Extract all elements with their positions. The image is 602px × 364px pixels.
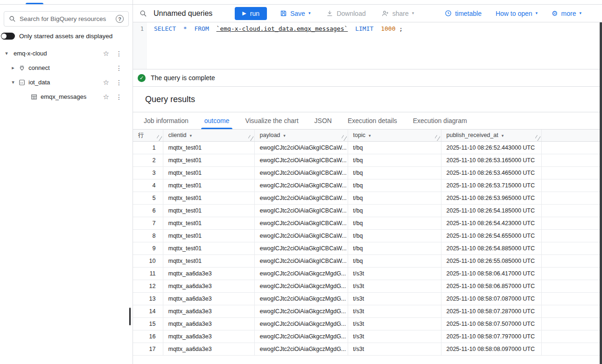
resource-search-box[interactable]: ? (4, 11, 129, 27)
results-tab-json[interactable]: JSON (307, 112, 340, 129)
kebab-menu-icon[interactable]: ⋮ (116, 93, 122, 101)
sql-editor[interactable]: 1 SELECT * FROM `emq-x-cloud.iot_data.em… (133, 22, 602, 69)
more-button[interactable]: ⚙ more ▾ (552, 10, 581, 17)
cell-topic: t/s3t (348, 292, 441, 305)
sql-code-line[interactable]: SELECT * FROM `emq-x-cloud.iot_data.emqx… (147, 22, 403, 69)
results-tab-outcome[interactable]: outcome (196, 112, 238, 129)
bigquery-console: ? Only starred assets are displayed ▾emq… (0, 0, 602, 364)
cell-payload: ewogICJtc2ciOiAiaGkgczMgdG... (254, 330, 348, 343)
cell-publish_received_at: 2025-11-10 08:26:55.085000 UTC (441, 254, 541, 267)
sql-semicolon: ; (399, 25, 403, 32)
sidebar-item-iot_data[interactable]: ▾iot_data☆⋮ (0, 75, 133, 89)
sql-table-reference[interactable]: `emq-x-cloud.iot_data.emqx_messages` (217, 25, 348, 32)
share-button[interactable]: share ▾ (382, 10, 414, 17)
cell-publish_received_at: 2025-11-10 08:26:53.465000 UTC (441, 166, 541, 179)
cell-payload: ewogICJtc2ciOiAiaGkgczMgdG... (254, 305, 348, 317)
cell-publish_received_at: 2025-11-10 08:26:52.443000 UTC (441, 141, 541, 154)
column-menu-icon[interactable]: ▾ (283, 133, 286, 138)
cell-clientid: mqttx_test01 (163, 229, 254, 242)
sidebar-item-emq-x-cloud[interactable]: ▾emq-x-cloud☆⋮ (0, 46, 133, 61)
kebab-menu-icon[interactable]: ⋮ (116, 64, 122, 72)
cell-payload: ewogICJtc2ciOiAiaGkgICBCaW... (254, 166, 348, 179)
table-row: 15mqttx_aa6da3e3ewogICJtc2ciOiAiaGkgczMg… (133, 317, 602, 330)
column-resize-handle[interactable] (248, 135, 253, 141)
column-header-publish_received_at[interactable]: publish_received_at▾ (441, 130, 541, 141)
cell-topic: t/bq (348, 192, 441, 204)
cell-empty (541, 280, 602, 292)
gear-icon: ⚙ (552, 10, 558, 17)
save-button[interactable]: Save ▾ (280, 10, 310, 17)
table-row: 4mqttx_test01ewogICJtc2ciOiAiaGkgICBCaW.… (133, 179, 602, 192)
timetable-button-label: timetable (455, 10, 482, 17)
query-tab-title: Unnamed queries (154, 9, 212, 18)
cell-rownum: 11 (133, 267, 163, 280)
cell-clientid: mqttx_aa6da3e3 (163, 305, 254, 317)
cell-rownum: 9 (133, 242, 163, 254)
cell-publish_received_at: 2025-11-10 08:58:06.857000 UTC (441, 280, 541, 292)
column-header-topic[interactable]: topic▾ (348, 130, 441, 141)
star-icon[interactable]: ☆ (103, 93, 109, 101)
starred-toggle[interactable] (1, 33, 15, 40)
results-tab-visualize-the-chart[interactable]: Visualize the chart (237, 112, 306, 129)
column-header-clientid[interactable]: clientid▾ (163, 130, 254, 141)
kebab-menu-icon[interactable]: ⋮ (116, 50, 122, 57)
column-resize-handle[interactable] (435, 135, 440, 141)
cell-publish_received_at: 2025-11-10 08:26:53.715000 UTC (441, 179, 541, 192)
search-input[interactable] (20, 15, 112, 22)
column-menu-icon[interactable]: ▾ (189, 133, 192, 138)
column-menu-icon[interactable]: ▾ (369, 133, 371, 138)
table-row: 1mqttx_test01ewogICJtc2ciOiAiaGkgICBCaW.… (133, 141, 602, 154)
cell-clientid: mqttx_test01 (163, 192, 254, 204)
column-resize-handle[interactable] (535, 135, 540, 141)
cell-publish_received_at: 2025-11-10 08:58:07.507000 UTC (441, 317, 541, 330)
column-menu-icon[interactable]: ▾ (502, 133, 504, 138)
cell-empty (541, 267, 602, 280)
results-tab-execution-details[interactable]: Execution details (340, 112, 405, 129)
table-row: 9mqttx_test01ewogICJtc2ciOiAiaGkgICBCaW.… (133, 242, 602, 254)
column-resize-handle[interactable] (342, 135, 347, 141)
kebab-menu-icon[interactable]: ⋮ (116, 79, 122, 86)
run-button[interactable]: ▶ run (235, 7, 267, 20)
sidebar-item-emqx_messages[interactable]: emqx_messages☆⋮ (0, 89, 133, 104)
cell-clientid: mqttx_aa6da3e3 (163, 280, 254, 292)
vertical-scrollbar[interactable] (600, 22, 602, 364)
table-row: 7mqttx_test01ewogICJtc2ciOiAiaGkgICBCaW.… (133, 217, 602, 229)
chevron-right-icon[interactable]: ▸ (9, 65, 17, 71)
cell-topic: t/bq (348, 242, 441, 254)
results-header-row: 行clientid▾payload▾topic▾publish_received… (133, 130, 602, 141)
results-grid: 行clientid▾payload▾topic▾publish_received… (133, 130, 602, 364)
cell-payload: ewogICJtc2ciOiAiaGkgczMgdG... (254, 267, 348, 280)
chevron-down-icon[interactable]: ▾ (3, 50, 10, 56)
cell-publish_received_at: 2025-11-10 08:58:07.287000 UTC (441, 305, 541, 317)
cell-payload: ewogICJtc2ciOiAiaGkgICBCaW... (254, 217, 348, 229)
cell-clientid: mqttx_test01 (163, 141, 254, 154)
cell-payload: ewogICJtc2ciOiAiaGkgICBCaW... (254, 141, 348, 154)
sidebar-item-connect[interactable]: ▸connect⋮ (0, 61, 133, 75)
timetable-button[interactable]: timetable (445, 10, 482, 17)
cell-clientid: mqttx_test01 (163, 254, 254, 267)
download-button-label: Download (336, 10, 365, 17)
cell-payload: ewogICJtc2ciOiAiaGkgICBCaW... (254, 229, 348, 242)
star-icon[interactable]: ☆ (103, 78, 109, 87)
star-icon[interactable]: ☆ (103, 49, 109, 58)
cell-empty (541, 154, 602, 166)
results-tab-job-information[interactable]: Job information (136, 112, 196, 129)
cell-empty (541, 343, 602, 355)
cell-rownum: 16 (133, 330, 163, 343)
cell-publish_received_at: 2025-11-10 08:26:54.655000 UTC (441, 229, 541, 242)
cell-rownum: 1 (133, 141, 163, 154)
cell-topic: t/bq (348, 166, 441, 179)
results-tab-execution-diagram[interactable]: Execution diagram (405, 112, 475, 129)
column-resize-handle[interactable] (157, 135, 162, 141)
download-button[interactable]: Download (326, 10, 365, 17)
cell-rownum: 7 (133, 217, 163, 229)
table-row: 6mqttx_test01ewogICJtc2ciOiAiaGkgICBCaW.… (133, 204, 602, 217)
column-header-payload[interactable]: payload▾ (254, 130, 348, 141)
more-button-label: more (561, 10, 576, 17)
how-to-open-button[interactable]: How to open ▾ (496, 10, 538, 17)
help-icon[interactable]: ? (116, 15, 124, 23)
sidebar-scrollbar[interactable] (129, 308, 131, 325)
cell-clientid: mqttx_test01 (163, 217, 254, 229)
results-section: Query results (133, 87, 602, 112)
chevron-down-icon[interactable]: ▾ (9, 79, 17, 85)
